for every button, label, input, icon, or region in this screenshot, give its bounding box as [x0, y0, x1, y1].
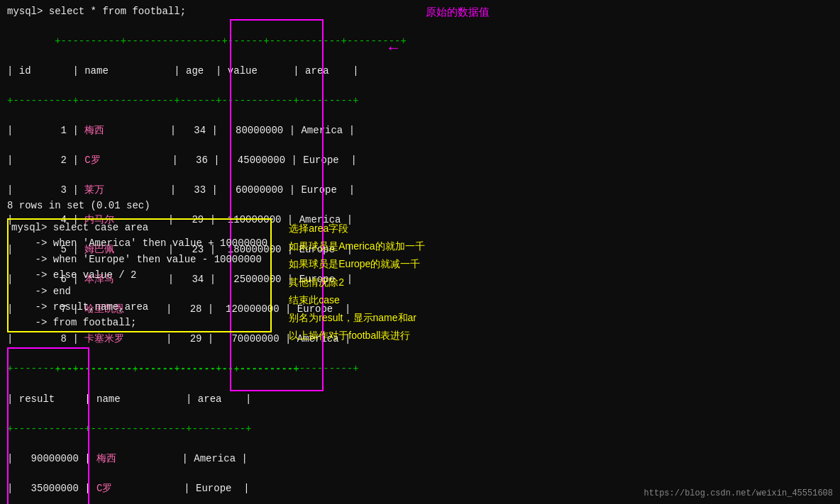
main-container: mysql> select * from football; +--------… [0, 0, 840, 504]
first-query-line: mysql> select * from football; [7, 4, 833, 19]
annotation-line7: 以上操作对于football表进行 [289, 327, 424, 345]
case-query-box: mysql> select case area -> when 'America… [7, 218, 272, 332]
table1-row1: | 1 | 梅西 | 34 | 80000000 | America | [7, 125, 355, 136]
case-annotations: 选择area字段 如果球员是America的就加一千 如果球员是Europe的就… [272, 218, 424, 345]
annotation-line5: 结束此case [289, 291, 424, 309]
table1-header: | id | name | age | value | area | [7, 65, 359, 77]
table2-row2: | 35000000 | C罗 | Europe | [7, 483, 250, 494]
table2-row1: | 90000000 | 梅西 | America | [7, 453, 248, 464]
original-data-label: 原始的数据值 [426, 6, 490, 19]
annotation-line3: 如果球员是Europe的就减一千 [289, 255, 424, 273]
table1-border-top: +----------+----------------+------+----… [55, 35, 407, 47]
annotation-line6: 别名为result，显示name和ar [289, 309, 424, 327]
table2-border-mid: +------------+----------------+---------… [7, 423, 251, 435]
table2-wrapper: +------------+----------------+---------… [7, 347, 299, 504]
rows-info: 8 rows in set (0.01 sec) [7, 198, 150, 213]
table1-row2: | 2 | C罗 | 36 | 45000000 | Europe | [7, 155, 357, 166]
url-label: https://blog.csdn.net/weixin_45551608 [644, 488, 833, 498]
arrow-to-value: ← [389, 40, 398, 57]
annotation-line2: 如果球员是America的就加一千 [289, 237, 424, 255]
table1-row3: | 3 | 莱万 | 33 | 60000000 | Europe | [7, 184, 355, 196]
table1-border-mid: +----------+----------------+------+----… [7, 95, 359, 106]
annotation-line4: 其他情况除2 [289, 274, 424, 291]
table2-header: | result | name | area | [7, 393, 251, 405]
table2-border-top: +------------+----------------+---------… [55, 364, 299, 375]
annotation-line1: 选择area字段 [289, 220, 424, 237]
case-query-section: mysql> select case area -> when 'America… [7, 218, 833, 345]
